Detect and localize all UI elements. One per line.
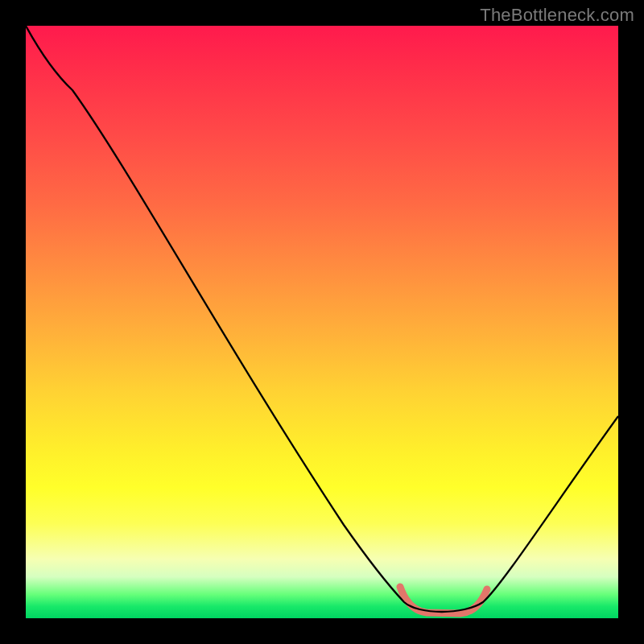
plot-area [26, 26, 618, 618]
optimal-range-band [400, 587, 487, 613]
site-attribution: TheBottleneck.com [480, 5, 634, 26]
bottleneck-curve [26, 26, 618, 612]
curve-svg [26, 26, 618, 618]
